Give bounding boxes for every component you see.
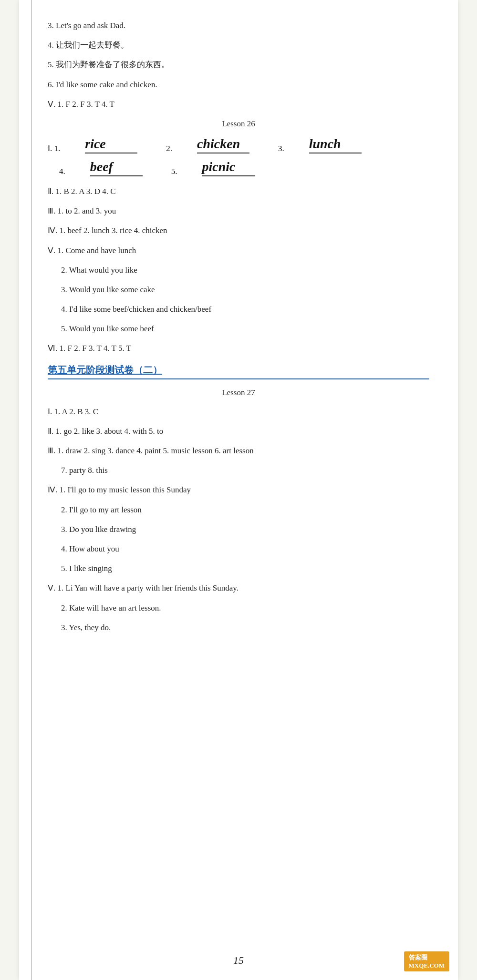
- watermark-line1: 答案圈: [409, 953, 445, 962]
- word-chicken: chicken: [197, 136, 254, 153]
- v27-line2: 2. Kate will have an art lesson.: [61, 602, 429, 614]
- v27-line3: 3. Yes, they do.: [61, 621, 429, 634]
- num2: 2.: [166, 144, 172, 153]
- v-line2: 2. What would you like: [61, 264, 429, 276]
- line-6: 6. I'd like some cake and chicken.: [48, 78, 429, 91]
- lesson26-section6: Ⅵ. 1. F 2. F 3. T 4. T 5. T: [48, 342, 429, 355]
- lesson27-title: Lesson 27: [48, 388, 429, 398]
- left-border: [31, 0, 32, 980]
- num3: 3.: [278, 144, 284, 153]
- line-5: 5. 我们为野餐准备了很多的东西。: [48, 58, 429, 71]
- section1-label: Ⅰ. 1.: [48, 143, 60, 153]
- word-lunch: lunch: [309, 136, 366, 153]
- page-number: 15: [233, 954, 244, 967]
- word-picnic: picnic: [202, 159, 259, 176]
- lesson27-section3: Ⅲ. 1. draw 2. sing 3. dance 4. paint 5. …: [48, 444, 429, 457]
- v-line4: 4. I'd like some beef/chicken and chicke…: [61, 303, 429, 316]
- lesson26-section2: Ⅱ. 1. B 2. A 3. D 4. C: [48, 185, 429, 198]
- handwritten-row1: Ⅰ. 1. rice 2. chicken 3. lunch: [48, 136, 429, 153]
- lesson26-section4: Ⅳ. 1. beef 2. lunch 3. rice 4. chicken: [48, 224, 429, 237]
- v27-label: Ⅴ. 1. Li Yan will have a party with her …: [48, 582, 429, 594]
- word-beef: beef: [90, 159, 147, 176]
- lesson27-section5: Ⅴ. 1. Li Yan will have a party with her …: [48, 582, 429, 634]
- lesson27-section4: Ⅳ. 1. I'll go to my music lesson this Su…: [48, 483, 429, 575]
- v-label-text: Ⅴ.: [48, 246, 58, 255]
- v27-label-text: Ⅴ.: [48, 583, 58, 592]
- v-label: Ⅴ. 1. Come and have lunch: [48, 244, 429, 257]
- handwritten-row2: 4. beef 5. picnic: [48, 159, 429, 176]
- lesson27-section3b: 7. party 8. this: [61, 464, 429, 477]
- line-3: 3. Let's go and ask Dad.: [48, 19, 429, 32]
- line-4: 4. 让我们一起去野餐。: [48, 39, 429, 51]
- iv27-label: Ⅳ. 1. I'll go to my music lesson this Su…: [48, 483, 429, 496]
- watermark: 答案圈 MXQE.COM: [404, 951, 449, 971]
- lesson26-title: Lesson 26: [48, 119, 429, 129]
- unit-title: 第五单元阶段测试卷（二）: [48, 364, 429, 379]
- lesson26-section3: Ⅲ. 1. to 2. and 3. you: [48, 204, 429, 217]
- iv27-line1: 1. I'll go to my music lesson this Sunda…: [60, 485, 191, 494]
- v-line3: 3. Would you like some cake: [61, 283, 429, 296]
- iv27-line4: 4. How about you: [61, 542, 429, 555]
- page: 3. Let's go and ask Dad. 4. 让我们一起去野餐。 5.…: [19, 0, 458, 980]
- iv27-line3: 3. Do you like drawing: [61, 523, 429, 536]
- lesson26-section5: Ⅴ. 1. Come and have lunch 2. What would …: [48, 244, 429, 336]
- num5: 5.: [171, 167, 177, 176]
- v-line5: 5. Would you like some beef: [61, 322, 429, 335]
- iv27-line5: 5. I like singing: [61, 562, 429, 575]
- iv27-line2: 2. I'll go to my art lesson: [61, 503, 429, 516]
- iv27-label-text: Ⅳ.: [48, 485, 60, 494]
- watermark-line2: MXQE.COM: [409, 962, 445, 970]
- lesson27-section2: Ⅱ. 1. go 2. like 3. about 4. with 5. to: [48, 425, 429, 438]
- v27-line1: 1. Li Yan will have a party with her fri…: [58, 583, 238, 592]
- v-section1: Ⅴ. 1. F 2. F 3. T 4. T: [48, 98, 429, 111]
- v-line1: 1. Come and have lunch: [58, 246, 136, 255]
- num4: 4.: [59, 167, 65, 176]
- word-rice: rice: [85, 136, 142, 153]
- lesson27-section1: Ⅰ. 1. A 2. B 3. C: [48, 405, 429, 418]
- lesson26-section1: Ⅰ. 1. rice 2. chicken 3. lunch 4. beef 5…: [48, 136, 429, 176]
